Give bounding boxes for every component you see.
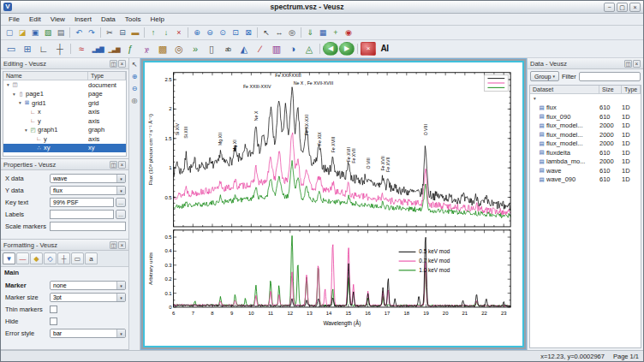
add-contour-button[interactable]: ◎ — [171, 41, 187, 56]
column-header-dataset[interactable]: Dataset — [530, 86, 599, 93]
next-page-button[interactable]: ▶ — [339, 42, 355, 56]
zoom-into-graph-tool-button[interactable]: ⊕ — [129, 72, 140, 82]
ai-tool-button[interactable]: AI — [377, 41, 392, 56]
save-document-button[interactable]: ▣ — [29, 27, 41, 39]
add-bar-chart-button[interactable]: ▂▅▇ — [90, 41, 105, 56]
tree-item-xy[interactable]: ∴xyxy — [3, 144, 126, 153]
add-xy-button[interactable]: ≈ — [74, 41, 89, 56]
data-create-button[interactable]: + — [330, 27, 342, 39]
copy-widget-button[interactable]: ⊟ — [116, 27, 128, 39]
data-import-button[interactable]: ⇓ — [304, 27, 316, 39]
data-capture-button[interactable]: ◉ — [343, 27, 355, 39]
format-plot-line-tab[interactable]: — — [16, 252, 29, 264]
expander-icon[interactable]: ▾ — [11, 92, 17, 97]
tree-item-y[interactable]: ∟yaxis — [3, 134, 126, 144]
new-document-button[interactable]: ▢ — [3, 27, 15, 39]
add-label-button[interactable]: ab — [220, 41, 236, 56]
add-vector-field-button[interactable]: » — [188, 41, 203, 56]
delete-widget-button[interactable]: × — [173, 27, 185, 39]
add-ternary-button[interactable]: ◬ — [301, 41, 317, 56]
zoom-graph-tool-button[interactable]: ◎ — [286, 27, 298, 39]
pan-tool-button[interactable]: ↔ — [273, 27, 285, 39]
format-error-bar-tab[interactable]: ┼ — [57, 252, 70, 264]
zoom-out-button[interactable]: ⊖ — [204, 27, 216, 39]
dataset-row-wave[interactable]: ▤wave6101D — [530, 166, 641, 175]
select-items-tool-button[interactable]: ↖ — [129, 60, 140, 70]
menu-edit[interactable]: Edit — [25, 15, 45, 23]
zoom-original-button[interactable]: ⊙ — [217, 27, 229, 39]
fullscreen-button[interactable]: ⊠ — [242, 27, 254, 39]
column-header-type[interactable]: Type — [622, 86, 641, 93]
move-widget-down-button[interactable]: ↓ — [160, 27, 172, 39]
filter-input[interactable] — [579, 72, 641, 81]
add-function-button[interactable]: ƒ — [122, 41, 138, 56]
menu-file[interactable]: File — [4, 15, 24, 23]
menu-tools[interactable]: Tools — [121, 15, 146, 23]
dataset-root-row[interactable]: ▾ — [530, 94, 641, 104]
tree-item-y[interactable]: ∟yaxis — [3, 116, 126, 126]
add-polar-button[interactable]: ◑ — [285, 41, 301, 56]
format-main-tab[interactable]: ▼ — [3, 252, 15, 264]
add-axis-button[interactable]: ┼ — [52, 41, 68, 56]
key-text-edit-button[interactable]: … — [116, 198, 126, 207]
x-data-select[interactable]: wave▾ — [50, 174, 126, 183]
close-button[interactable]: × — [629, 3, 641, 12]
add-graph-button[interactable]: ∟ — [36, 41, 51, 56]
zoom-out-of-graph-tool-button[interactable]: ⊖ — [129, 84, 140, 94]
previous-page-button[interactable]: ◀ — [323, 42, 338, 56]
export-document-button[interactable]: ▧ — [42, 27, 54, 39]
close-panel-button[interactable]: × — [633, 60, 641, 68]
dataset-row-flux-model...[interactable]: ▤flux_model...20001D — [530, 139, 641, 149]
expander-icon[interactable]: ▾ — [17, 100, 23, 105]
close-panel-button[interactable]: × — [118, 241, 126, 249]
minimize-button[interactable]: − — [604, 3, 615, 12]
format-marker-fill-tab[interactable]: ◆ — [30, 252, 43, 264]
add-colorbar-button[interactable]: ▥ — [269, 41, 284, 56]
dataset-row-flux[interactable]: ▤flux6101D — [530, 104, 641, 113]
tree-item-page1[interactable]: ▾▯page1page — [3, 90, 126, 99]
add-histogram-button[interactable]: ▁▃▆ — [106, 41, 122, 56]
select-tool-button[interactable]: ↖ — [260, 27, 272, 39]
expander-icon[interactable]: ▾ — [23, 128, 29, 133]
column-header-size[interactable]: Size — [599, 86, 622, 93]
close-panel-button[interactable]: × — [118, 60, 126, 68]
recenter-graph-tool-button[interactable]: ◎ — [129, 96, 140, 106]
format-key-tab[interactable]: ▭ — [71, 252, 84, 264]
expander-icon[interactable]: ▾ — [532, 96, 538, 101]
group-button[interactable]: Group ▾ — [530, 71, 559, 81]
thin-markers-checkbox[interactable] — [50, 306, 57, 313]
move-widget-up-button[interactable]: ↑ — [147, 27, 159, 39]
tree-item-x[interactable]: ∟xaxis — [3, 108, 126, 117]
menu-view[interactable]: View — [46, 15, 69, 23]
dataset-row-flux-model...[interactable]: ▤flux_model...20001D — [530, 130, 641, 139]
column-header-type[interactable]: Type — [88, 72, 126, 80]
float-panel-button[interactable]: ◫ — [110, 241, 117, 249]
float-panel-button[interactable]: ◫ — [110, 161, 117, 169]
tree-item-document[interactable]: ▾◫document — [3, 80, 126, 90]
float-panel-button[interactable]: ◫ — [110, 60, 117, 68]
delete-page-button[interactable]: × — [361, 42, 376, 56]
dataset-row-lambda-mo...[interactable]: ▤lambda_mo...20001D — [530, 157, 641, 167]
zoom-page-width-button[interactable]: ⊡ — [230, 27, 242, 39]
key-text-input[interactable]: 99% PSF — [50, 198, 114, 207]
cut-widget-button[interactable]: ✂ — [104, 27, 116, 39]
plot-page[interactable]: 678910111213141516171819202122230.511.52… — [143, 61, 524, 347]
open-document-button[interactable]: ◪ — [16, 27, 28, 39]
scale-markers-input[interactable] — [50, 222, 126, 231]
add-fit-button[interactable]: χ² — [139, 41, 154, 56]
tree-item-grid1[interactable]: ▾⊞grid1grid — [3, 98, 126, 108]
add-image-button[interactable]: ▩ — [155, 41, 170, 56]
marker-select[interactable]: none▾ — [50, 281, 126, 290]
y-data-select[interactable]: flux▾ — [50, 186, 126, 195]
menu-insert[interactable]: Insert — [70, 15, 96, 23]
expander-icon[interactable]: ▾ — [5, 82, 11, 87]
column-header-name[interactable]: Name — [3, 72, 88, 80]
dataset-row-flux-model...[interactable]: ▤flux_model...20001D — [530, 122, 641, 131]
marker-size-select[interactable]: 3pt▾ — [50, 293, 126, 302]
format-marker-border-tab[interactable]: ◇ — [44, 252, 57, 264]
add-page-button[interactable]: ▭ — [3, 41, 19, 56]
close-panel-button[interactable]: × — [118, 161, 126, 169]
menu-data[interactable]: Data — [97, 15, 120, 23]
float-panel-button[interactable]: ◫ — [624, 60, 632, 68]
tree-item-graph1[interactable]: ▾◰graph1graph — [3, 126, 126, 135]
